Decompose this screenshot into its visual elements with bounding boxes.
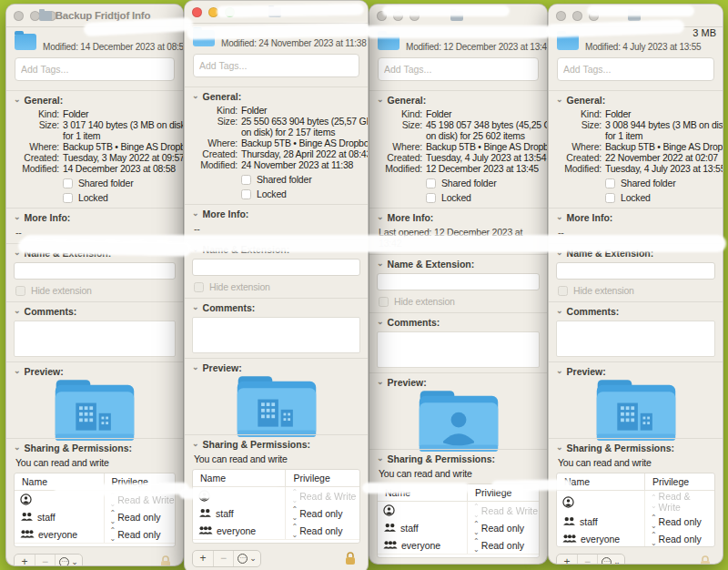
comments-input[interactable] [14, 321, 176, 357]
chevron-down-icon[interactable]: ⌄ [192, 304, 199, 310]
chevron-down-icon[interactable]: ⌄ [377, 455, 384, 461]
created-value: Thursday, 28 April 2022 at 08:43 [241, 148, 369, 159]
general-section: ⌄General: Kind: Folder Size: 3 017 140 b… [6, 90, 183, 208]
privilege-select[interactable]: ⌃⌄ Read & Write [645, 491, 714, 513]
hide-extension-checkbox[interactable] [194, 282, 204, 292]
comments-input[interactable] [192, 317, 360, 353]
chevron-down-icon[interactable]: ⌄ [192, 93, 199, 98]
table-row-everyone[interactable]: everyone ⌃⌄ Read only [15, 525, 175, 543]
table-row-everyone[interactable]: everyone ⌃⌄ Read only [378, 536, 539, 554]
modified-label: Modified: [14, 163, 59, 174]
chevron-down-icon[interactable]: ⌄ [556, 308, 563, 313]
kind-value: Folder [241, 105, 369, 116]
chevron-down-icon[interactable]: ⌄ [192, 441, 199, 446]
shared-folder-checkbox[interactable] [605, 178, 615, 188]
chevron-down-icon[interactable]: ⌄ [377, 97, 384, 102]
permission-actions-menu[interactable]: ⋯⌄ [597, 555, 624, 565]
shared-folder-checkbox[interactable] [426, 178, 436, 188]
hide-extension-checkbox[interactable] [558, 286, 568, 296]
chevron-down-icon[interactable]: ⌄ [14, 308, 21, 313]
add-permission-button[interactable]: + [15, 555, 35, 567]
privilege-select[interactable]: ⌃⌄ Read only [105, 526, 175, 543]
where-value: Backup 5TB • Binge AS Dropbox [605, 141, 723, 152]
shared-folder-checkbox[interactable] [241, 175, 251, 185]
privilege-select[interactable]: ⌃⌄ Read & Write [286, 488, 359, 504]
zoom-button[interactable] [46, 11, 56, 21]
chevron-down-icon[interactable]: ⌄ [556, 444, 563, 450]
size-value: 25 550 653 904 bytes (25,57 GB on disk) … [241, 116, 369, 137]
locked-checkbox[interactable] [63, 193, 73, 203]
name-extension-input[interactable] [377, 273, 540, 290]
name-extension-input[interactable] [14, 262, 176, 280]
close-button[interactable] [14, 11, 24, 21]
chevron-down-icon[interactable]: ⌄ [556, 368, 563, 373]
add-tags-input[interactable] [15, 57, 175, 81]
three-users-icon [562, 534, 577, 544]
add-permission-button[interactable]: + [557, 555, 577, 565]
lock-icon[interactable] [344, 551, 357, 565]
table-row-owner[interactable]: ⌃⌄ Read & Write [378, 502, 539, 519]
privilege-select[interactable]: ⌃⌄ Read only [645, 531, 714, 547]
locked-checkbox[interactable] [605, 193, 615, 203]
close-button[interactable] [556, 11, 566, 21]
chevron-down-icon[interactable]: ⌄ [377, 260, 384, 266]
hide-extension-checkbox[interactable] [15, 286, 25, 296]
table-row-staff[interactable]: staff ⌃⌄ Read only [378, 519, 539, 536]
privilege-select[interactable]: ⌃⌄ Read only [468, 520, 539, 536]
name-extension-input[interactable] [556, 262, 715, 280]
close-button[interactable] [192, 7, 202, 17]
minimize-button[interactable] [30, 11, 40, 21]
privilege-select[interactable]: ⌃⌄ Read only [645, 514, 714, 530]
shared-folder-checkbox[interactable] [63, 178, 73, 188]
chevron-down-icon[interactable]: ⌄ [556, 214, 563, 219]
lock-icon[interactable] [159, 555, 172, 566]
table-row-staff[interactable]: staff ⌃⌄ Read only [15, 508, 175, 525]
table-row-everyone[interactable]: everyone ⌃⌄ Read only [193, 522, 359, 539]
section-title: General: [203, 91, 242, 102]
remove-permission-button[interactable]: − [577, 555, 597, 565]
remove-permission-button[interactable]: − [213, 551, 233, 566]
privilege-select[interactable]: ⌃⌄ Read only [105, 509, 175, 525]
privilege-select[interactable]: ⌃⌄ Read & Write [468, 503, 539, 519]
name-extension-input[interactable] [192, 259, 360, 276]
add-tags-input[interactable] [557, 57, 714, 81]
hide-extension-checkbox[interactable] [379, 297, 389, 307]
table-row-staff[interactable]: staff ⌃⌄ Read only [193, 504, 359, 522]
add-permission-button[interactable]: + [193, 551, 213, 566]
ellipsis-icon: ⋯ [238, 554, 248, 564]
chevron-down-icon[interactable]: ⌄ [14, 97, 21, 102]
table-row-staff[interactable]: staff ⌃⌄ Read only [557, 513, 714, 530]
chevron-down-icon[interactable]: ⌄ [14, 444, 21, 450]
chevron-down-icon[interactable]: ⌄ [377, 379, 384, 384]
add-tags-input[interactable] [193, 54, 359, 77]
chevron-down-icon[interactable]: ⌄ [14, 214, 21, 219]
chevron-down-icon[interactable]: ⌄ [377, 214, 384, 219]
permission-actions-menu[interactable]: ⋯⌄ [233, 551, 260, 566]
chevron-down-icon[interactable]: ⌄ [192, 210, 199, 216]
comments-input[interactable] [377, 331, 540, 368]
locked-checkbox[interactable] [241, 189, 251, 199]
remove-permission-button[interactable]: − [35, 555, 55, 567]
privilege-select[interactable]: ⌃⌄ Read only [468, 537, 539, 554]
comments-input[interactable] [556, 321, 715, 357]
user-circle-icon [383, 504, 395, 516]
section-title: More Info: [203, 209, 249, 219]
lock-icon[interactable] [699, 555, 712, 565]
minimize-button[interactable] [572, 11, 582, 21]
table-row-owner[interactable]: ⌃⌄ Read & Write [557, 491, 714, 513]
chevron-down-icon[interactable]: ⌄ [377, 319, 384, 324]
chevron-down-icon[interactable]: ⌄ [192, 364, 199, 370]
privilege-select[interactable]: ⌃⌄ Read only [286, 505, 359, 522]
redaction-scribble [366, 25, 551, 38]
chevron-down-icon[interactable]: ⌄ [556, 97, 563, 102]
chevron-down-icon[interactable]: ⌄ [14, 368, 21, 373]
preview-section: ⌄Preview: [369, 372, 547, 449]
locked-checkbox[interactable] [426, 193, 436, 203]
stepper-icon: ⌃⌄ [291, 488, 297, 504]
table-row-everyone[interactable]: everyone ⌃⌄ Read only [557, 530, 714, 547]
redaction-scribble [491, 479, 571, 492]
section-title: General: [567, 95, 606, 106]
add-tags-input[interactable] [378, 57, 539, 81]
privilege-select[interactable]: ⌃⌄ Read only [286, 523, 359, 539]
permission-actions-menu[interactable]: ⋯⌄ [55, 555, 82, 567]
